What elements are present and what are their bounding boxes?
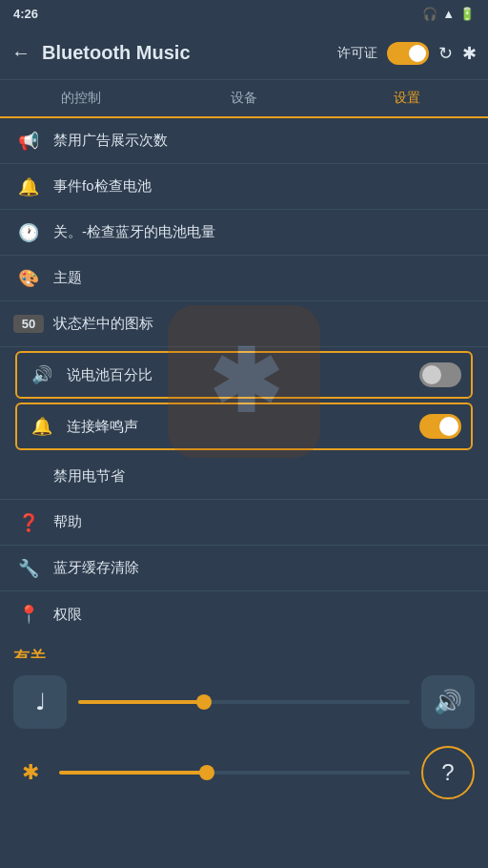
wrench-icon: 🔧: [13, 558, 44, 579]
app-title: Bluetooth Music: [42, 42, 337, 64]
bell-icon: 🔔: [13, 176, 44, 197]
bt-slider-track[interactable]: [59, 771, 410, 775]
music-note-icon: ♩: [35, 689, 46, 715]
bt-slider-fill: [59, 771, 207, 775]
bt-player-row: ✱ ?: [13, 746, 475, 799]
battery-icon: 🔋: [459, 7, 475, 21]
top-bar-right: 许可证 ↻ ✱: [337, 42, 477, 65]
music-slider-container: [78, 700, 410, 704]
help-icon: ?: [441, 759, 454, 786]
setting-battery-percent-wrapper: 🔊 说电池百分比: [8, 351, 480, 399]
back-button[interactable]: ←: [11, 42, 30, 64]
status-bar: 4:26 🎧 ▲ 🔋: [0, 0, 488, 27]
music-slider-track[interactable]: [78, 700, 410, 704]
setting-theme-text: 主题: [53, 269, 475, 287]
tab-controls[interactable]: 的控制: [0, 80, 163, 116]
help-button-wrapper: ?: [421, 746, 475, 799]
tab-device[interactable]: 设备: [163, 80, 326, 116]
ads-icon: 📢: [13, 131, 44, 152]
permission-toggle[interactable]: [387, 42, 429, 65]
setting-cache-clear-text: 蓝牙缓存清除: [53, 559, 475, 577]
clock-icon: 🕐: [13, 222, 44, 243]
bt-row-icon: ✱: [13, 760, 48, 785]
settings-list: 📢 禁用广告展示次数 🔔 事件fo检查电池 🕐 关。-检查蓝牙的电池电量 🎨 主…: [0, 118, 488, 637]
headphone-icon: 🎧: [422, 7, 437, 21]
question-icon: ❓: [13, 512, 44, 533]
setting-theme[interactable]: 🎨 主题: [0, 256, 488, 301]
permission-label: 许可证: [337, 45, 377, 62]
setting-connect-beep-text: 连接蜂鸣声: [67, 418, 419, 436]
statusbar-icon: 50: [13, 315, 44, 333]
setting-statusbar-icon[interactable]: 50 状态栏中的图标: [0, 301, 488, 347]
refresh-icon[interactable]: ↻: [438, 43, 453, 64]
setting-disable-power-save-text: 禁用电节省: [53, 467, 475, 486]
setting-battery-percent-text: 说电池百分比: [67, 366, 419, 384]
music-note-button[interactable]: ♩: [13, 675, 67, 729]
volume-icon-button[interactable]: 🔊: [421, 675, 475, 729]
setting-help-text: 帮助: [53, 513, 475, 531]
setting-cache-clear[interactable]: 🔧 蓝牙缓存清除: [0, 546, 488, 591]
wifi-icon: ▲: [442, 7, 455, 21]
setting-disable-power-save[interactable]: 禁用电节省: [0, 454, 488, 500]
status-icons: 🎧 ▲ 🔋: [422, 7, 475, 21]
setting-help[interactable]: ❓ 帮助: [0, 500, 488, 546]
tab-settings[interactable]: 设置: [325, 80, 488, 116]
volume-icon: 🔊: [434, 689, 462, 715]
tabs: 的控制 设备 设置: [0, 80, 488, 118]
bottom-player: ♩ 🔊 ✱ ?: [0, 658, 488, 868]
setting-permissions-text: 权限: [53, 606, 475, 624]
music-slider-fill: [78, 700, 204, 704]
setting-connect-beep[interactable]: 🔔 连接蜂鸣声: [15, 403, 473, 450]
connect-beep-toggle[interactable]: [419, 414, 461, 439]
setting-statusbar-icon-text: 状态栏中的图标: [53, 315, 475, 333]
battery-percent-toggle[interactable]: [419, 362, 461, 387]
status-time: 4:26: [13, 7, 38, 21]
setting-battery-event[interactable]: 🔔 事件fo检查电池: [0, 164, 488, 210]
speaker-icon: 🔊: [27, 364, 57, 385]
setting-check-battery[interactable]: 🕐 关。-检查蓝牙的电池电量: [0, 210, 488, 256]
setting-battery-event-text: 事件fo检查电池: [53, 177, 475, 196]
setting-battery-percent[interactable]: 🔊 说电池百分比: [15, 351, 473, 399]
setting-permissions[interactable]: 📍 权限: [0, 591, 488, 637]
location-icon: 📍: [13, 604, 44, 625]
top-bar: ← Bluetooth Music 许可证 ↻ ✱: [0, 27, 488, 80]
music-player-row: ♩ 🔊: [13, 675, 475, 729]
setting-connect-beep-wrapper: 🔔 连接蜂鸣声: [8, 403, 480, 450]
theme-icon: 🎨: [13, 268, 44, 289]
setting-check-battery-text: 关。-检查蓝牙的电池电量: [53, 223, 475, 241]
music-slider-thumb[interactable]: [196, 694, 212, 710]
setting-ads[interactable]: 📢 禁用广告展示次数: [0, 118, 488, 164]
help-button[interactable]: ?: [421, 746, 475, 799]
bt-slider-thumb[interactable]: [199, 765, 214, 780]
bell2-icon: 🔔: [27, 416, 57, 437]
setting-ads-text: 禁用广告展示次数: [53, 132, 475, 150]
bluetooth-icon[interactable]: ✱: [462, 43, 477, 64]
bt-slider-container: [59, 771, 410, 775]
